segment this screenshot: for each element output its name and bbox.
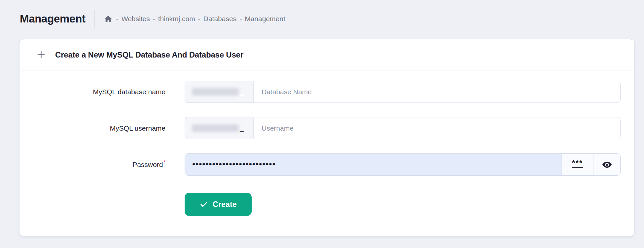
page-header: Management - Websites - thinkmj.com - Da… bbox=[20, 9, 285, 28]
plus-icon bbox=[37, 50, 46, 59]
generate-password-button[interactable]: *** bbox=[561, 154, 593, 175]
password-row: Password* ••••••••••••••••••••••••• *** bbox=[19, 153, 634, 176]
required-asterisk: * bbox=[163, 159, 165, 166]
card-body: MySQL database name _ MySQL username _ bbox=[19, 70, 634, 216]
username-label: MySQL username bbox=[19, 124, 165, 132]
redacted-prefix-value bbox=[192, 124, 239, 132]
eye-icon bbox=[601, 159, 613, 170]
password-input-group: ••••••••••••••••••••••••• *** bbox=[185, 153, 621, 176]
database-name-input[interactable] bbox=[254, 81, 620, 103]
prefix-underscore: _ bbox=[240, 88, 244, 96]
show-password-button[interactable] bbox=[593, 154, 620, 175]
username-input-group: _ bbox=[185, 117, 621, 139]
password-input[interactable]: ••••••••••••••••••••••••• bbox=[185, 154, 561, 175]
database-name-prefix: _ bbox=[185, 81, 254, 103]
card-header: Create a New MySQL Database And Database… bbox=[19, 39, 634, 70]
breadcrumb-separator: - bbox=[239, 15, 242, 23]
breadcrumb-separator: - bbox=[116, 15, 119, 23]
breadcrumb-separator: - bbox=[198, 15, 200, 23]
redacted-prefix-value bbox=[192, 88, 239, 96]
breadcrumb-separator: - bbox=[153, 15, 155, 23]
breadcrumb-item-websites[interactable]: Websites bbox=[122, 15, 150, 23]
database-name-input-group: _ bbox=[185, 81, 621, 103]
home-icon[interactable] bbox=[104, 15, 112, 23]
header-divider bbox=[94, 10, 95, 28]
card-title: Create a New MySQL Database And Database… bbox=[55, 50, 243, 60]
create-button[interactable]: Create bbox=[185, 193, 252, 216]
breadcrumb-item-management: Management bbox=[245, 15, 285, 23]
page-title: Management bbox=[20, 13, 86, 25]
username-input[interactable] bbox=[254, 117, 620, 139]
masked-password-value: ••••••••••••••••••••••••• bbox=[192, 160, 276, 168]
create-button-label: Create bbox=[213, 200, 237, 209]
breadcrumb-item-databases[interactable]: Databases bbox=[203, 15, 236, 23]
database-name-label: MySQL database name bbox=[19, 88, 165, 96]
username-prefix: _ bbox=[185, 117, 254, 139]
database-name-row: MySQL database name _ bbox=[19, 81, 634, 103]
username-row: MySQL username _ bbox=[19, 117, 634, 139]
prefix-underscore: _ bbox=[240, 124, 244, 132]
breadcrumb-item-domain[interactable]: thinkmj.com bbox=[158, 15, 195, 23]
generate-password-icon: *** bbox=[572, 161, 583, 168]
breadcrumb: - Websites - thinkmj.com - Databases - M… bbox=[104, 15, 285, 23]
create-row: Create bbox=[185, 193, 634, 216]
password-label: Password* bbox=[19, 160, 165, 169]
check-icon bbox=[199, 200, 208, 209]
create-database-card: Create a New MySQL Database And Database… bbox=[19, 39, 635, 236]
